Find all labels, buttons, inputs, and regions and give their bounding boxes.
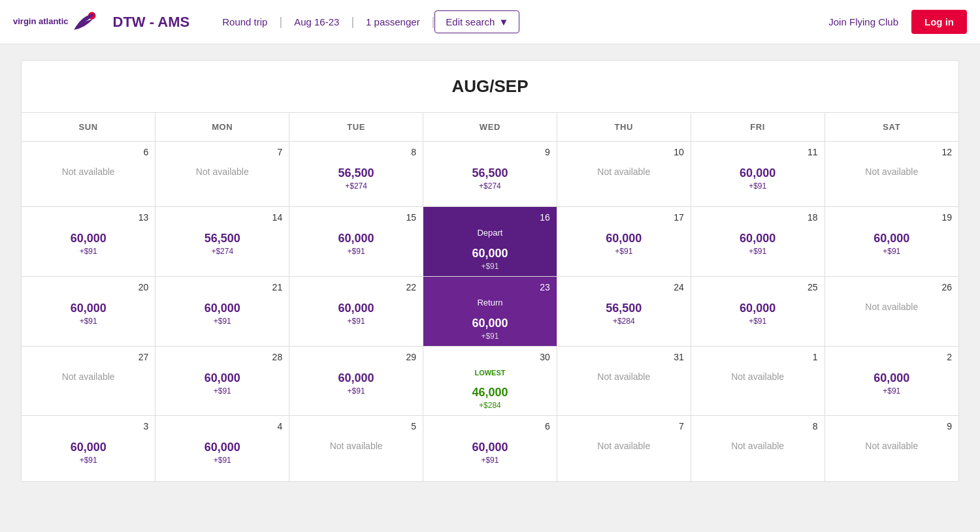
cell-fee: +$91 [296,247,416,256]
calendar-cell[interactable]: 9 Not available [825,416,958,481]
cell-date: 9 [832,421,952,431]
calendar-cell[interactable]: 24 56,500 +$284 [557,277,691,347]
route-display: DTW - AMS [113,14,190,31]
calendar-cell[interactable]: 30 Lowest 46,000 +$284 [423,347,557,416]
calendar-cell[interactable]: 15 60,000 +$91 [289,207,423,277]
cell-unavailable: Not available [564,441,684,451]
cell-price: 60,000 [430,317,550,330]
calendar-cell[interactable]: 8 56,500 +$274 [289,142,423,207]
calendar-cell[interactable]: 7 Not available [557,416,691,481]
cell-date: 10 [564,147,684,157]
calendar-cell[interactable]: 2 60,000 +$91 [825,347,958,416]
cell-unavailable: Not available [162,166,282,177]
calendar-cell[interactable]: 6 60,000 +$91 [423,416,557,481]
calendar-cell[interactable]: 14 56,500 +$274 [155,207,289,277]
cell-date: 9 [430,147,550,157]
weekday-header: SUN [22,113,155,142]
calendar-cell[interactable]: 13 60,000 +$91 [22,207,155,277]
calendar-cell[interactable]: 16 Depart 60,000 +$91 [423,207,557,277]
cell-fee: +$91 [28,247,148,256]
cell-unavailable: Not available [698,371,818,382]
cell-price: 60,000 [832,371,952,385]
cell-date: 12 [832,147,952,157]
cell-price: 60,000 [832,232,952,245]
cell-date: 7 [162,147,282,157]
calendar-cell[interactable]: 21 60,000 +$91 [155,277,289,347]
cell-date: 25 [698,282,818,292]
weekday-header: SAT [825,113,958,142]
weekday-header: WED [423,113,557,142]
calendar-cell[interactable]: 26 Not available [825,277,958,347]
passenger-count: 1 passenger [354,16,432,27]
cell-date: 29 [296,352,416,362]
cell-date: 6 [28,147,148,157]
weekday-header: THU [557,113,691,142]
return-label: Return [430,298,550,307]
calendar-cell[interactable]: 5 Not available [289,416,423,481]
cell-date: 7 [564,421,684,431]
cell-price: 56,500 [162,232,282,245]
cell-price: 60,000 [296,302,416,315]
cell-unavailable: Not available [296,441,416,451]
cell-date: 8 [698,421,818,431]
cell-price: 60,000 [698,166,818,180]
calendar-cell[interactable]: 22 60,000 +$91 [289,277,423,347]
brand-name: virgin atlantic [13,17,69,26]
cell-date: 19 [832,212,952,223]
cell-unavailable: Not available [28,166,148,177]
cell-date: 16 [430,212,550,223]
cell-price: 60,000 [698,232,818,245]
calendar-cell[interactable]: 31 Not available [557,347,691,416]
cell-date: 27 [28,352,148,362]
calendar-cell[interactable]: 25 60,000 +$91 [691,277,825,347]
calendar-cell[interactable]: 4 60,000 +$91 [155,416,289,481]
main-content: AUG/SEP SUNMONTUEWEDTHUFRISAT 6 Not avai… [0,44,980,497]
cell-price: 56,500 [430,166,550,180]
calendar-cell[interactable]: 1 Not available [691,347,825,416]
cell-date: 30 [430,352,550,362]
cell-date: 28 [162,352,282,362]
calendar-cell[interactable]: 6 Not available [22,142,155,207]
cell-fee: +$91 [296,386,416,396]
cell-fee: +$91 [430,332,550,341]
cell-date: 22 [296,282,416,292]
calendar-cell[interactable]: 23 Return 60,000 +$91 [423,277,557,347]
join-flying-club-link[interactable]: Join Flying Club [828,16,898,27]
cell-fee: +$91 [698,317,818,326]
calendar-cell[interactable]: 8 Not available [691,416,825,481]
weekday-header: TUE [289,113,423,142]
cell-date: 21 [162,282,282,292]
calendar-cell[interactable]: 27 Not available [22,347,155,416]
calendar-cell[interactable]: 12 Not available [825,142,958,207]
calendar-cell[interactable]: 28 60,000 +$91 [155,347,289,416]
calendar-cell[interactable]: 3 60,000 +$91 [22,416,155,481]
calendar-cell[interactable]: 9 56,500 +$274 [423,142,557,207]
depart-label: Depart [430,228,550,238]
calendar-cell[interactable]: 10 Not available [557,142,691,207]
cell-unavailable: Not available [832,441,952,451]
login-button[interactable]: Log in [911,10,967,34]
weekday-header: FRI [691,113,825,142]
calendar-cell[interactable]: 17 60,000 +$91 [557,207,691,277]
cell-price: 60,000 [162,302,282,315]
chevron-down-icon: ▼ [498,16,508,27]
calendar-cell[interactable]: 7 Not available [155,142,289,207]
cell-price: 60,000 [162,371,282,385]
calendar-cell[interactable]: 20 60,000 +$91 [22,277,155,347]
calendar-cell[interactable]: 18 60,000 +$91 [691,207,825,277]
cell-fee: +$91 [296,317,416,326]
cell-date: 2 [832,352,952,362]
cell-fee: +$91 [28,317,148,326]
cell-price: 60,000 [28,232,148,245]
cell-date: 1 [698,352,818,362]
calendar-body: 6 Not available 7 Not available 8 56,500… [22,142,958,481]
calendar-cell[interactable]: 29 60,000 +$91 [289,347,423,416]
calendar-month-label: AUG/SEP [451,76,528,96]
cell-unavailable: Not available [698,441,818,451]
cell-date: 8 [296,147,416,157]
cell-date: 6 [430,421,550,431]
calendar-cell[interactable]: 11 60,000 +$91 [691,142,825,207]
cell-date: 24 [564,282,684,292]
edit-search-button[interactable]: Edit search ▼ [434,10,519,33]
calendar-cell[interactable]: 19 60,000 +$91 [825,207,958,277]
